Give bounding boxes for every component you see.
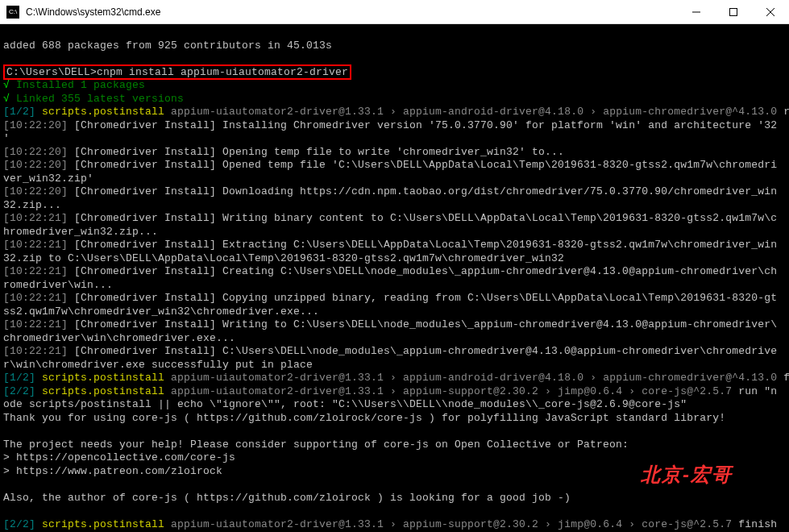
- output-line: [Chromedriver Install] Writing to C:\Use…: [68, 318, 777, 330]
- output-line: r\win\chromedriver.exe successfully put …: [3, 359, 313, 371]
- output-line: [Chromedriver Install] Creating C:\Users…: [68, 265, 777, 277]
- output-line: chromedriver\win\chromedriver.exe...: [3, 332, 235, 344]
- svg-rect-1: [730, 8, 737, 15]
- output-line: Linked 355 latest versions: [10, 93, 184, 105]
- titlebar: C:\Windows\system32\cmd.exe: [0, 0, 789, 24]
- timestamp: [10:22:20]: [3, 146, 68, 158]
- window-controls: [678, 0, 789, 23]
- output-line: romedriver\win...: [3, 279, 113, 291]
- output-line: added 688 packages from 925 contributors…: [3, 39, 332, 52]
- output-line: [Chromedriver Install] Installing Chrome…: [68, 119, 777, 131]
- output-line: run "n: [732, 385, 777, 397]
- package-chain: appium-uiautomator2-driver@1.33.1 › appi…: [164, 372, 777, 384]
- close-button[interactable]: [752, 0, 789, 23]
- output-line: The project needs your help! Please cons…: [3, 438, 629, 451]
- titlebar-text: C:\Windows\system32\cmd.exe: [26, 6, 678, 18]
- command-highlight-box: C:\Users\DELL>cnpm install appium-uiauto…: [3, 64, 351, 80]
- output-line: finished in 2s: [777, 372, 789, 384]
- output-line: 32.zip to C:\Users\DELL\AppData\Local\Te…: [3, 252, 564, 264]
- output-line: > https://opencollective.com/core-js: [3, 451, 235, 463]
- timestamp: [10:22:21]: [3, 265, 68, 277]
- output-line: finish: [732, 518, 777, 530]
- output-line: [Chromedriver Install] Writing binary co…: [68, 212, 777, 224]
- output-line: Thank you for using core-js ( https://gi…: [3, 412, 725, 424]
- timestamp: [10:22:21]: [3, 345, 68, 357]
- timestamp: [10:22:21]: [3, 212, 68, 224]
- checkmark-icon: √: [3, 93, 10, 105]
- command-text: cnpm install appium-uiautomator2-driver: [97, 66, 348, 78]
- output-line: > https://www.patreon.com/zloirock: [3, 465, 222, 477]
- script-name: scripts.postinstall: [35, 385, 164, 397]
- maximize-button[interactable]: [715, 0, 752, 23]
- terminal-output[interactable]: added 688 packages from 925 contributors…: [0, 24, 789, 532]
- timestamp: [10:22:21]: [3, 292, 68, 304]
- output-line: ver_win32.zip': [3, 172, 93, 185]
- output-line: ': [3, 132, 10, 144]
- step-counter: [1/2]: [3, 106, 35, 118]
- timestamp: [10:22:20]: [3, 119, 68, 131]
- package-chain: appium-uiautomator2-driver@1.33.1 › appi…: [164, 385, 732, 397]
- output-line: [Chromedriver Install] Extracting C:\Use…: [68, 239, 777, 251]
- output-line: [Chromedriver Install] Opened temp file …: [68, 159, 777, 171]
- package-chain: appium-uiautomator2-driver@1.33.1 › appi…: [164, 518, 732, 530]
- script-name: scripts.postinstall: [35, 372, 164, 384]
- watermark: 北京-宏哥: [641, 462, 733, 488]
- checkmark-icon: √: [3, 79, 10, 91]
- output-line: hromedriver_win32.zip...: [3, 226, 158, 238]
- output-line: [Chromedriver Install] Opening temp file…: [68, 146, 564, 158]
- output-line: Installed 1 packages: [10, 79, 145, 91]
- minimize-button[interactable]: [678, 0, 715, 23]
- prompt: C:\Users\DELL>: [6, 66, 97, 78]
- output-line: Also, the author of core-js ( https://gi…: [3, 492, 571, 504]
- timestamp: [10:22:21]: [3, 239, 68, 251]
- output-line: [Chromedriver Install] Downloading https…: [68, 185, 777, 197]
- timestamp: [10:22:20]: [3, 185, 68, 197]
- output-line: [Chromedriver Install] Copying unzipped …: [68, 292, 777, 304]
- output-line: ode scripts/postinstall || echo \"ignore…: [3, 398, 687, 410]
- step-counter: [2/2]: [3, 385, 35, 397]
- output-line: 32.zip...: [3, 199, 61, 211]
- cmd-icon: [6, 6, 19, 19]
- step-counter: [1/2]: [3, 372, 35, 384]
- script-name: scripts.postinstall: [35, 518, 164, 530]
- script-name: scripts.postinstall: [35, 106, 164, 118]
- output-line: [Chromedriver Install] C:\Users\DELL\nod…: [68, 345, 777, 357]
- timestamp: [10:22:20]: [3, 159, 68, 171]
- timestamp: [10:22:21]: [3, 318, 68, 330]
- output-line: ss2.qw1m7w\chromedriver_win32\chromedriv…: [3, 305, 319, 318]
- output-line: run "node install-npm.js", root: "C:\\Us…: [777, 106, 789, 118]
- package-chain: appium-uiautomator2-driver@1.33.1 › appi…: [164, 106, 777, 118]
- step-counter: [2/2]: [3, 518, 35, 530]
